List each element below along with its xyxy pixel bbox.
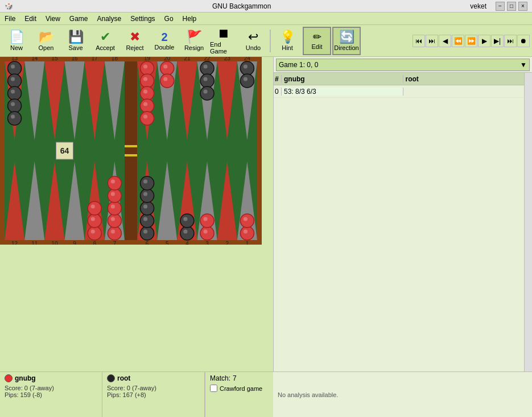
edit-icon: ✏: [313, 32, 321, 42]
table-container: # gnubg root 053: 8/3 6/3: [274, 73, 532, 417]
match-label: Match:: [210, 374, 230, 382]
toolbar-btn-end-game[interactable]: ⏹End Game: [209, 27, 238, 55]
menu-item-help[interactable]: Help: [178, 14, 201, 24]
minimize-button[interactable]: −: [496, 2, 505, 11]
col-root: root: [403, 75, 525, 83]
toolbar-btn-open[interactable]: 📂Open: [32, 27, 60, 55]
menubar: FileEditViewGameAnalyseSettingsGoHelp: [0, 13, 532, 25]
new-label: New: [10, 44, 23, 51]
double-label: Double: [155, 44, 175, 51]
reject-label: Reject: [126, 44, 143, 51]
toolbar-btn-save[interactable]: 💾Save: [61, 27, 90, 55]
right-panel: Game 1: 0, 0 ▼ # gnubg root 053: 8/3 6/3: [273, 57, 532, 417]
crawford-label: Crawford game: [220, 385, 262, 392]
board-canvas[interactable]: [0, 57, 262, 245]
toolbar-btn-edit[interactable]: ✏Edit: [303, 27, 331, 55]
menu-item-go[interactable]: Go: [160, 14, 178, 24]
window-controls: − □ ×: [496, 2, 527, 11]
toolbar-btn-undo[interactable]: ↩Undo: [239, 27, 267, 55]
nav-btn-6[interactable]: ▶|: [491, 35, 504, 47]
statusbar: gnubgScore: 0 (7-away)Pips: 159 (-8)root…: [0, 371, 273, 417]
save-label: Save: [68, 44, 83, 51]
toolbar-btn-resign[interactable]: 🚩Resign: [180, 27, 208, 55]
nav-buttons: ⏮⏭◀⏪⏩▶▶|⏭⏺: [413, 35, 530, 47]
row-hash: 0: [274, 88, 282, 96]
player-root: rootScore: 0 (7-away)Pips: 167 (+8): [102, 372, 205, 417]
menu-item-file[interactable]: File: [0, 14, 20, 24]
player-gnubg: gnubgScore: 0 (7-away)Pips: 159 (-8): [0, 372, 102, 417]
maximize-button[interactable]: □: [507, 2, 516, 11]
window-title: GNU Backgammon: [212, 2, 271, 10]
direction-label: Direction: [334, 44, 358, 51]
player-score: Score: 0 (7-away): [107, 385, 200, 391]
toolbar: 📄New📂Open💾Save✔Accept✖Reject2Double🚩Resi…: [0, 25, 532, 57]
player-color-dot: [5, 374, 13, 382]
accept-label: Accept: [96, 44, 115, 51]
new-icon: 📄: [9, 31, 24, 43]
end game-icon: ⏹: [217, 27, 230, 40]
player-score: Score: 0 (7-away): [5, 385, 97, 391]
game-select-bar: Game 1: 0, 0 ▼: [274, 57, 532, 73]
toolbar-btn-accept[interactable]: ✔Accept: [91, 27, 119, 55]
nav-btn-7[interactable]: ⏭: [504, 35, 517, 47]
analysis-text: No analysis available.: [278, 391, 338, 398]
table-row[interactable]: 053: 8/3 6/3: [274, 85, 524, 98]
analysis-area: No analysis available.: [273, 371, 532, 417]
player-color-dot: [107, 374, 115, 382]
game-select-dropdown[interactable]: Game 1: 0, 0 ▼: [276, 59, 530, 71]
toolbar-btn-direction[interactable]: 🔄Direction: [332, 27, 361, 55]
match-info: Match: 7 Crawford game: [205, 372, 273, 417]
nav-btn-4[interactable]: ⏩: [465, 35, 477, 47]
undo-label: Undo: [246, 44, 261, 51]
titlebar: 🎲 GNU Backgammon veket − □ ×: [0, 0, 532, 13]
toolbar-btn-reject[interactable]: ✖Reject: [121, 27, 149, 55]
resign-label: Resign: [184, 44, 204, 51]
menu-item-game[interactable]: Game: [65, 14, 93, 24]
toolbar-btn-double[interactable]: 2Double: [150, 27, 179, 55]
nav-btn-8[interactable]: ⏺: [517, 35, 530, 47]
open-icon: 📂: [39, 31, 54, 43]
player-pips: Pips: 167 (+8): [107, 391, 200, 398]
nav-btn-1[interactable]: ⏭: [426, 35, 438, 47]
undo-icon: ↩: [248, 31, 258, 43]
menu-item-analyse[interactable]: Analyse: [93, 14, 126, 24]
table-header: # gnubg root: [274, 73, 524, 85]
col-hash: #: [274, 75, 282, 83]
toolbar-btn-new[interactable]: 📄New: [2, 27, 31, 55]
menu-item-settings[interactable]: Settings: [126, 14, 159, 24]
col-gnubg: gnubg: [282, 75, 403, 83]
titlebar-user: veket: [470, 2, 486, 10]
hint-label: Hint: [282, 44, 293, 51]
player-name-label: root: [117, 374, 130, 382]
toolbar-separator: [270, 30, 271, 52]
menu-item-edit[interactable]: Edit: [20, 14, 41, 24]
crawford-checkbox[interactable]: [210, 385, 217, 392]
hint-icon: 💡: [280, 31, 295, 43]
close-button[interactable]: ×: [518, 2, 527, 11]
resign-icon: 🚩: [187, 31, 202, 43]
scrollbar-right[interactable]: [524, 73, 532, 417]
board-area: [0, 57, 273, 417]
direction-icon: 🔄: [339, 31, 354, 43]
save-icon: 💾: [68, 31, 84, 43]
game-table-wrapper: # gnubg root 053: 8/3 6/3: [274, 73, 524, 417]
double-icon: 2: [161, 31, 167, 43]
match-value: 7: [233, 374, 237, 382]
nav-btn-0[interactable]: ⏮: [413, 35, 425, 47]
open-label: Open: [39, 44, 54, 51]
nav-btn-2[interactable]: ◀: [439, 35, 451, 47]
edit-label: Edit: [312, 43, 323, 50]
toolbar-btn-hint[interactable]: 💡Hint: [273, 27, 302, 55]
row-gnubg: 53: 8/3 6/3: [282, 88, 403, 96]
accept-icon: ✔: [100, 31, 110, 43]
dropdown-arrow[interactable]: ▼: [520, 61, 527, 69]
reject-icon: ✖: [130, 31, 140, 43]
player-name-label: gnubg: [15, 374, 36, 382]
end game-label: End Game: [210, 41, 237, 55]
menu-item-view[interactable]: View: [41, 14, 65, 24]
nav-btn-5[interactable]: ▶: [478, 35, 490, 47]
window-icon: 🎲: [5, 2, 13, 10]
nav-btn-3[interactable]: ⏪: [452, 35, 464, 47]
table-rows: 053: 8/3 6/3: [274, 85, 524, 98]
main-content: Game 1: 0, 0 ▼ # gnubg root 053: 8/3 6/3: [0, 57, 532, 417]
